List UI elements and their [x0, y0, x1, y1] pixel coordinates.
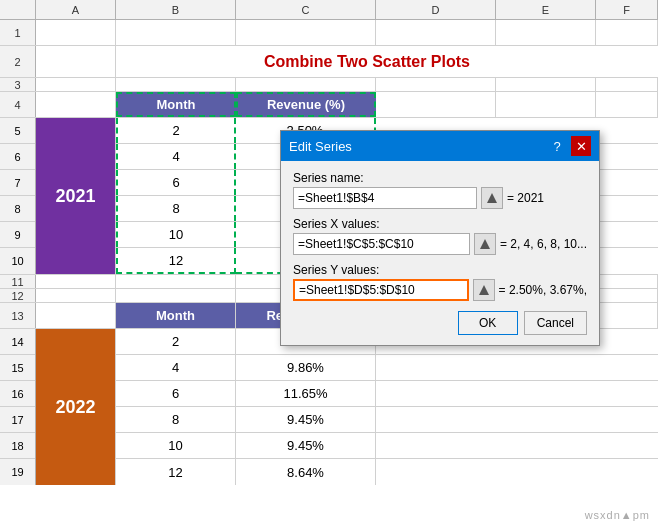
revenue-2022-1[interactable]: 9.86%	[236, 355, 376, 380]
month-2021-2[interactable]: 6	[116, 170, 236, 195]
header-revenue-2021: Revenue (%)	[236, 92, 376, 117]
spreadsheet-title: Combine Two Scatter Plots	[116, 46, 618, 77]
edit-series-dialog: Edit Series ? ✕ Series name: = 2021	[280, 130, 600, 346]
dialog-field-series-y: Series Y values: = 2.50%, 3.67%,	[293, 263, 587, 301]
cell-11g	[596, 275, 658, 288]
row-num-11: 11	[0, 275, 36, 288]
row-num-13: 13	[0, 303, 36, 328]
dialog-ok-button[interactable]: OK	[458, 311, 518, 335]
month-2021-4[interactable]: 10	[116, 222, 236, 247]
row-nums-2022: 14 15 16 17 18 19	[0, 329, 36, 485]
series-y-result: = 2.50%, 3.67%,	[499, 283, 587, 297]
svg-marker-0	[487, 193, 497, 203]
col-header-e: D	[376, 0, 496, 19]
series-x-label: Series X values:	[293, 217, 587, 231]
month-2021-1[interactable]: 4	[116, 144, 236, 169]
col-header-f: E	[496, 0, 596, 19]
month-2022-5[interactable]: 12	[116, 459, 236, 485]
cell-2b	[36, 46, 116, 77]
col-header-a	[0, 0, 36, 19]
row-3: 3	[0, 78, 658, 92]
revenue-2022-5[interactable]: 8.64%	[236, 459, 376, 485]
month-2021-0[interactable]: 2	[116, 118, 236, 143]
row-num-14: 14	[0, 329, 35, 355]
cell-13b	[36, 303, 116, 328]
cell-3c	[116, 78, 236, 91]
series-x-input[interactable]	[293, 233, 470, 255]
dialog-titlebar: Edit Series ? ✕	[281, 131, 599, 161]
series-name-icon[interactable]	[481, 187, 503, 209]
month-2022-2[interactable]: 6	[116, 381, 236, 406]
row-num-6: 6	[0, 144, 35, 170]
month-2022-4[interactable]: 10	[116, 433, 236, 458]
row-num-16: 16	[0, 381, 35, 407]
row-2: 2 Combine Two Scatter Plots	[0, 46, 658, 78]
row-num-4: 4	[0, 92, 36, 117]
row-num-2: 2	[0, 46, 36, 77]
month-2022-3[interactable]: 8	[116, 407, 236, 432]
series-name-row: = 2021	[293, 187, 587, 209]
dialog-field-series-name: Series name: = 2021	[293, 171, 587, 209]
dialog-help-button[interactable]: ?	[547, 136, 567, 156]
data-row-2022-2: 6 11.65%	[116, 381, 658, 407]
dialog-titlebar-buttons: ? ✕	[547, 136, 591, 156]
col-header-g: F	[596, 0, 658, 19]
cell-13g	[596, 303, 658, 328]
data-row-2022-1: 4 9.86%	[116, 355, 658, 381]
row-1: 1	[0, 20, 658, 46]
series-name-label: Series name:	[293, 171, 587, 185]
cell-1d	[236, 20, 376, 45]
watermark: wsxdn▲pm	[585, 509, 650, 521]
column-headers: A B C D E F	[0, 0, 658, 20]
row-num-15: 15	[0, 355, 35, 381]
row-4: 4 Month Revenue (%)	[0, 92, 658, 118]
series-y-label: Series Y values:	[293, 263, 587, 277]
series-y-row: = 2.50%, 3.67%,	[293, 279, 587, 301]
data-row-2022-3: 8 9.45%	[116, 407, 658, 433]
svg-marker-1	[480, 239, 490, 249]
cell-3f	[496, 78, 596, 91]
section-2022: 14 15 16 17 18 19 2022 2 8.47% 4 9.86% 6…	[0, 329, 658, 485]
cell-12g	[596, 289, 658, 302]
row-num-3: 3	[0, 78, 36, 91]
dialog-close-button[interactable]: ✕	[571, 136, 591, 156]
header-month-2022: Month	[116, 303, 236, 328]
row-num-7: 7	[0, 170, 35, 196]
col-header-b: A	[36, 0, 116, 19]
month-2021-3[interactable]: 8	[116, 196, 236, 221]
cell-3g	[596, 78, 658, 91]
cell-1g	[596, 20, 658, 45]
data-rows-2022: 2 8.47% 4 9.86% 6 11.65% 8 9.45% 10	[116, 329, 658, 485]
row-nums-2021: 5 6 7 8 9 10	[0, 118, 36, 274]
cell-11b	[36, 275, 116, 288]
revenue-2022-2[interactable]: 11.65%	[236, 381, 376, 406]
svg-marker-2	[479, 285, 489, 295]
dialog-body: Series name: = 2021 Series X values:	[281, 161, 599, 345]
series-x-icon[interactable]	[474, 233, 496, 255]
row-num-10: 10	[0, 248, 35, 274]
col-header-d: C	[236, 0, 376, 19]
series-name-input[interactable]	[293, 187, 477, 209]
series-y-input[interactable]	[293, 279, 469, 301]
month-2022-0[interactable]: 2	[116, 329, 236, 354]
cell-3b	[36, 78, 116, 91]
dialog-title: Edit Series	[289, 139, 352, 154]
series-x-row: = 2, 4, 6, 8, 10...	[293, 233, 587, 255]
row-num-9: 9	[0, 222, 35, 248]
data-row-2022-4: 10 9.45%	[116, 433, 658, 459]
header-month-2021: Month	[116, 92, 236, 117]
row-num-17: 17	[0, 407, 35, 433]
revenue-2022-3[interactable]: 9.45%	[236, 407, 376, 432]
cell-1e	[376, 20, 496, 45]
dialog-cancel-button[interactable]: Cancel	[524, 311, 587, 335]
cell-4b	[36, 92, 116, 117]
revenue-2022-4[interactable]: 9.45%	[236, 433, 376, 458]
dialog-field-series-x: Series X values: = 2, 4, 6, 8, 10...	[293, 217, 587, 255]
series-y-icon[interactable]	[473, 279, 495, 301]
cell-11c	[116, 275, 236, 288]
row-num-18: 18	[0, 433, 35, 459]
month-2022-1[interactable]: 4	[116, 355, 236, 380]
cell-1f	[496, 20, 596, 45]
month-2021-5[interactable]: 12	[116, 248, 236, 274]
data-row-2022-5: 12 8.64%	[116, 459, 658, 485]
